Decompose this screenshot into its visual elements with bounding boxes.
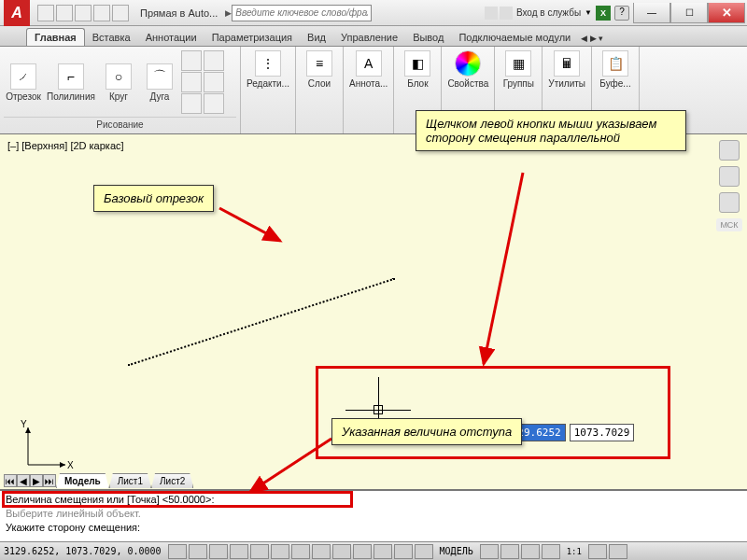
signin-link[interactable]: Вход в службы [516,7,581,18]
status-dyn-icon[interactable] [332,544,351,559]
tab-insert[interactable]: Вставка [85,29,138,46]
status-ducs-icon[interactable] [312,544,331,559]
status-scale[interactable]: 1:1 [561,547,587,556]
tab-manage[interactable]: Управление [333,29,405,46]
panel-title-drawing[interactable]: Рисование [4,117,236,132]
help-icon[interactable]: ? [614,6,629,21]
tool-util[interactable]: 🖩Утилиты [546,49,587,91]
tool-rect-icon[interactable] [181,50,202,71]
svg-text:Y: Y [21,419,27,429]
circle-icon: ○ [106,63,132,90]
view-label[interactable]: [–] [Верхняя] [2D каркас] [7,140,124,151]
exchange-icon[interactable]: X [596,6,611,21]
status-lwt-icon[interactable] [353,544,372,559]
tool-arc[interactable]: ⌒Дуга [140,49,179,117]
qat-save-icon[interactable] [75,5,92,21]
tool-props[interactable]: Свойства [445,49,490,91]
tab-more-icon[interactable]: ◀ ▶ ▾ [578,31,606,46]
cmd-line-2: Выберите линейный объект. [6,507,741,521]
nav-minimize-icon[interactable] [719,140,740,161]
status-iso-icon[interactable] [542,544,560,559]
command-window[interactable]: Величина смещения или [Точка] <50.0000>:… [0,489,747,541]
tab-last-icon[interactable]: ⏭ [43,474,56,487]
layout-model[interactable]: Модель [56,473,109,488]
user2-icon[interactable] [500,7,513,20]
groups-icon: ▦ [505,50,531,77]
tab-next-icon[interactable]: ▶ [30,474,43,487]
tool-buffer[interactable]: 📋Буфе... [596,49,635,91]
tool-groups[interactable]: ▦Группы [499,49,538,91]
ucs-icon: XY [19,418,75,474]
status-tpy-icon[interactable] [374,544,392,559]
status-snap-icon[interactable] [168,544,187,559]
tool-circle[interactable]: ○Круг [99,49,138,117]
status-ann-icon[interactable] [588,544,607,559]
cmd-line-1: Величина смещения или [Точка] <50.0000>: [6,493,741,507]
tab-home[interactable]: Главная [26,28,85,46]
tool-spline-icon[interactable] [181,72,202,92]
status-hw-icon[interactable] [521,544,540,559]
qat-undo-icon[interactable] [93,5,110,21]
status-bar: 3129.6252, 1073.7029, 0.0000 МОДЕЛЬ 1:1 [0,541,747,560]
layout-sheet2[interactable]: Лист2 [151,473,193,488]
qat-new-icon[interactable] [37,5,54,21]
callout-side: Щелчком левой кнопки мыши указываем стор… [416,110,686,151]
maximize-button[interactable]: ☐ [670,3,708,23]
titlebar: A Прямая в Auto... ▶ Вход в службы ▼ X ?… [0,0,747,26]
status-polar-icon[interactable] [230,544,248,559]
status-qp-icon[interactable] [394,544,413,559]
layout-tabs: ⏮ ◀ ▶ ⏭ Модель Лист1 Лист2 [4,472,193,489]
tool-layers[interactable]: ≡Слои [300,49,339,91]
tool-hatch-icon[interactable] [204,50,224,71]
tool-ellipse-icon[interactable] [181,93,202,114]
edit-icon: ⋮ [255,50,281,77]
tool-polyline[interactable]: ⌐Полилиния [45,49,97,117]
close-button[interactable]: ✕ [708,3,745,23]
svg-text:X: X [67,460,74,470]
nav-cube-icon[interactable] [719,192,740,213]
base-segment [128,278,395,367]
tab-first-icon[interactable]: ⏮ [4,474,17,487]
qat-redo-icon[interactable] [112,5,129,21]
user-icon[interactable] [485,7,498,20]
tool-edit[interactable]: ⋮Редакти... [245,49,291,91]
tab-output[interactable]: Вывод [405,29,451,46]
status-coords[interactable]: 3129.6252, 1073.7029, 0.0000 [4,546,167,556]
qat-open-icon[interactable] [56,5,73,21]
cmd-line-3: Укажите сторону смещения: [6,521,741,535]
search-input[interactable] [232,5,372,21]
status-model[interactable]: МОДЕЛЬ [434,546,479,556]
nav-wcs-label[interactable]: МСК [716,218,741,231]
tab-prev-icon[interactable]: ◀ [17,474,30,487]
status-lock-icon[interactable] [500,544,519,559]
tool-point-icon[interactable] [204,72,224,92]
nav-home-icon[interactable] [719,166,740,187]
status-sc-icon[interactable] [415,544,433,559]
svg-marker-2 [60,462,65,468]
callout-offset: Указанная величина отступа [331,418,522,445]
status-osnap-icon[interactable] [250,544,269,559]
status-clean-icon[interactable] [609,544,627,559]
tab-view[interactable]: Вид [300,29,333,46]
arc-icon: ⌒ [147,63,173,90]
dynamic-y-field[interactable]: 1073.7029 [570,424,635,441]
minimize-button[interactable]: — [633,3,670,23]
tab-annotations[interactable]: Аннотации [138,29,204,46]
status-3dosnap-icon[interactable] [271,544,289,559]
block-icon: ◧ [404,50,430,77]
callout-base: Базовый отрезок [93,185,214,212]
tab-plugins[interactable]: Подключаемые модули [451,29,578,46]
ribbon-tabs: Главная Вставка Аннотации Параметризация… [0,26,747,47]
tool-annot[interactable]: AАннота... [347,49,389,91]
status-grid-icon[interactable] [189,544,207,559]
status-ortho-icon[interactable] [209,544,228,559]
tool-block[interactable]: ◧Блок [398,49,437,91]
tool-line[interactable]: ⟋Отрезок [4,49,43,117]
tab-parametrization[interactable]: Параметризация [204,29,300,46]
tool-region-icon[interactable] [204,93,224,114]
window-title: Прямая в Auto... [140,7,218,19]
layout-sheet1[interactable]: Лист1 [109,473,151,488]
app-icon[interactable]: A [4,0,30,26]
status-ws-icon[interactable] [480,544,499,559]
status-otrack-icon[interactable] [291,544,310,559]
